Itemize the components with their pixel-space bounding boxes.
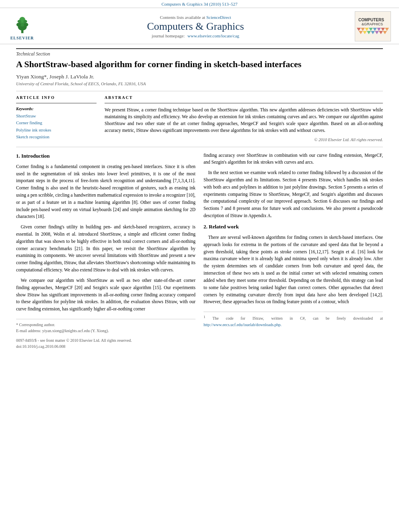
footnote1-superscript: 1 — [204, 315, 206, 319]
abstract-panel: ABSTRACT We present IStraw, a corner fin… — [105, 95, 383, 142]
copyright-line: © 2010 Elsevier Ltd. All rights reserved… — [105, 138, 383, 142]
body-right-column: finding accuracy over ShortStraw in comb… — [204, 152, 383, 350]
svg-point-5 — [24, 23, 28, 26]
keywords-label: Keywords: — [16, 107, 97, 111]
journal-title-area: Contents lists available at ScienceDirec… — [36, 15, 355, 38]
keyword-corner-finding: Corner finding — [16, 119, 97, 127]
section2-para1: There are several well-known algorithms … — [204, 234, 383, 306]
istraw-download-link[interactable]: http://www.eecs.ucf.edu/isuelab/download… — [204, 322, 282, 327]
abstract-divider — [105, 103, 383, 103]
journal-name: Computers & Graphics — [36, 21, 355, 33]
keyword-sketch: Sketch recognition — [16, 134, 97, 141]
section1-para3: We compare our algorithm with ShortStraw… — [16, 277, 195, 313]
section2-heading: 2. Related work — [204, 223, 383, 231]
cg-logo: COMPUTERS &GRAPHICS — [355, 14, 391, 39]
journal-citation: Computers & Graphics 34 (2010) 513–527 — [0, 0, 399, 8]
paper-title: A ShortStraw-based algorithm for corner … — [16, 59, 383, 70]
elsevier-logo-area: ELSEVIER — [8, 13, 36, 40]
section1-heading: 1. Introduction — [16, 152, 195, 160]
abstract-title: ABSTRACT — [105, 95, 383, 100]
svg-point-7 — [23, 20, 27, 23]
elsevier-logo: ELSEVIER — [8, 13, 36, 40]
sciencedirect-link[interactable]: ScienceDirect — [206, 15, 231, 20]
elsevier-brand-text: ELSEVIER — [10, 36, 34, 40]
body-section: 1. Introduction Corner finding is a fund… — [16, 147, 383, 350]
keyword-polyline: Polyline ink strokes — [16, 127, 97, 134]
article-info-panel: ARTICLE INFO Keywords: ShortStraw Corner… — [16, 95, 97, 142]
journal-logo-box: COMPUTERS &GRAPHICS — [355, 11, 391, 41]
footer-license: 0097-8493/$ - see front matter © 2010 El… — [16, 337, 195, 350]
elsevier-tree-icon — [11, 13, 33, 35]
abstract-text: We present IStraw, a corner finding tech… — [105, 107, 383, 134]
section1-right-para1: In the next section we examine work rela… — [204, 169, 383, 220]
svg-point-4 — [16, 23, 21, 26]
keyword-shortstraw: ShortStraw — [16, 113, 97, 120]
section-label: Technical Section — [16, 48, 383, 57]
cg-pattern-icon: COMPUTERS &GRAPHICS — [357, 16, 389, 36]
footnote1-text: The code for IStraw, written in C#, can … — [212, 316, 383, 321]
homepage-line: journal homepage: www.elsevier.com/locat… — [36, 33, 355, 38]
authors: Yiyan Xiong*, Joseph J. LaViola Jr. — [16, 74, 383, 80]
contents-available-line: Contents lists available at ScienceDirec… — [36, 15, 355, 20]
body-left-column: 1. Introduction Corner finding is a fund… — [16, 152, 195, 350]
svg-text:COMPUTERS: COMPUTERS — [358, 18, 384, 22]
svg-point-6 — [17, 20, 21, 23]
article-info-divider — [16, 103, 97, 103]
footnote-star-line: * Corresponding author. — [16, 322, 195, 328]
section1-para2: Given corner finding's utility in buildi… — [16, 224, 195, 274]
journal-header: ELSEVIER Contents lists available at Sci… — [0, 8, 399, 44]
section1-continued: finding accuracy over ShortStraw in comb… — [204, 152, 383, 166]
footnote-right: 1 The code for IStraw, written in C#, ca… — [204, 312, 383, 328]
svg-text:&GRAPHICS: &GRAPHICS — [362, 22, 383, 26]
footnote-left: * Corresponding author. E-mail address: … — [16, 319, 195, 334]
main-content: Technical Section A ShortStraw-based alg… — [0, 44, 399, 358]
footnote-email-line: E-mail address: yiyan.xiong@knights.ucf.… — [16, 328, 195, 334]
article-info-title: ARTICLE INFO — [16, 95, 97, 100]
affiliation: University of Central Florida, School of… — [16, 81, 383, 86]
journal-homepage-link[interactable]: www.elsevier.com/locate/cag — [187, 33, 239, 38]
section1-para1: Corner finding is a fundamental componen… — [16, 163, 195, 221]
article-info-abstract-section: ARTICLE INFO Keywords: ShortStraw Corner… — [16, 91, 383, 142]
